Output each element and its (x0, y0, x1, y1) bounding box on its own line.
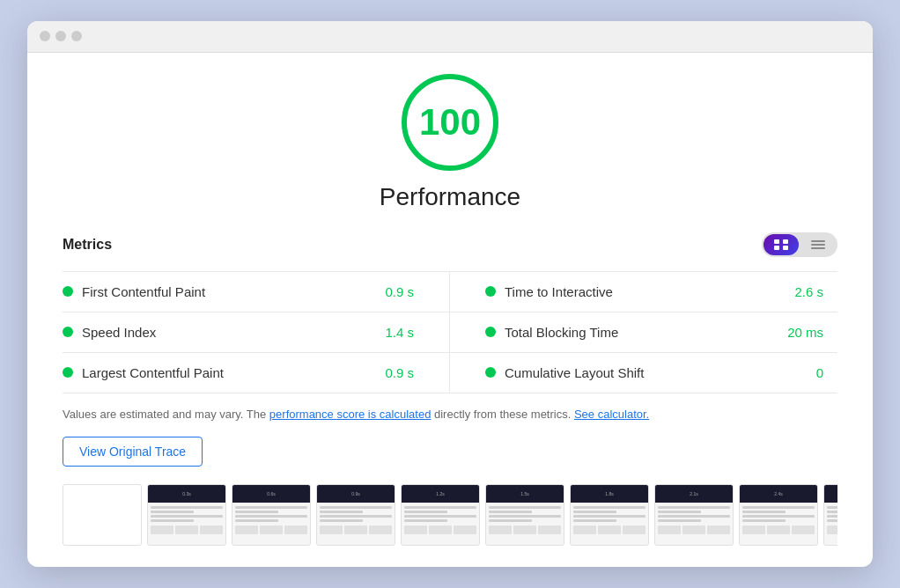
minimize-button[interactable] (55, 31, 66, 41)
metric-left: Largest Contentful Paint (63, 365, 224, 380)
metric-name: Cumulative Layout Shift (505, 365, 644, 380)
main-content: 100 Performance Metrics (27, 53, 873, 568)
thumb-header: 0.3s (148, 485, 225, 503)
thumb-box (320, 526, 343, 534)
thumb-box (235, 526, 258, 534)
thumb-box (827, 526, 837, 534)
thumb-header-text: 2.1s (690, 491, 697, 496)
thumb-line (658, 511, 701, 513)
thumb-body (148, 503, 225, 545)
thumb-line (235, 515, 307, 518)
view-original-trace-button[interactable]: View Original Trace (63, 437, 203, 467)
filmstrip-thumbnail: 1.5s (485, 484, 564, 546)
thumb-header: 2.1s (655, 485, 733, 503)
score-circle: 100 (402, 74, 498, 171)
thumb-line (742, 511, 786, 513)
titlebar (27, 21, 873, 53)
view-toggle (762, 232, 837, 257)
thumb-line (827, 519, 837, 522)
filmstrip-thumbnail: 2.1s (654, 484, 734, 546)
thumb-box (682, 526, 705, 534)
thumb-boxes (489, 526, 561, 534)
thumb-box (429, 526, 452, 534)
thumb-body (824, 503, 837, 545)
thumb-body (232, 503, 310, 545)
score-number: 100 (419, 104, 481, 141)
metrics-header: Metrics (63, 232, 837, 257)
thumb-line (489, 506, 561, 509)
metrics-grid: First Contentful Paint 0.9 s Time to Int… (63, 271, 837, 393)
svg-rect-1 (783, 239, 788, 244)
thumb-body (655, 503, 733, 545)
thumb-line (658, 519, 701, 522)
thumb-boxes (658, 526, 730, 534)
thumb-boxes (827, 526, 837, 534)
svg-rect-2 (774, 246, 779, 250)
metric-dot (485, 286, 496, 297)
thumb-line (404, 506, 476, 509)
thumb-line (573, 519, 616, 522)
svg-rect-3 (783, 246, 788, 250)
thumb-box (538, 526, 561, 534)
thumb-header: 0.6s (232, 485, 310, 503)
thumb-line (404, 515, 476, 518)
metric-row: Speed Index 1.4 s (63, 312, 450, 353)
calculator-link[interactable]: See calculator. (574, 408, 649, 421)
thumb-box (742, 526, 765, 534)
metric-left: Speed Index (63, 325, 156, 340)
thumb-header-text: 1.8s (605, 491, 613, 496)
svg-rect-6 (811, 247, 825, 249)
thumb-line (235, 519, 278, 522)
thumb-box (369, 526, 392, 534)
svg-rect-0 (774, 239, 779, 244)
filmstrip-thumbnail: 0.9s (316, 484, 395, 546)
metric-row: Total Blocking Time 20 ms (450, 312, 837, 353)
thumb-line (658, 515, 730, 518)
thumb-box (454, 526, 476, 534)
close-button[interactable] (40, 31, 50, 41)
thumb-boxes (573, 526, 645, 534)
thumb-box (598, 526, 621, 534)
maximize-button[interactable] (71, 31, 82, 41)
metric-left: First Contentful Paint (63, 284, 205, 299)
thumb-line (489, 519, 532, 522)
thumb-box (344, 526, 367, 534)
filmstrip-thumbnail: 1.2s (401, 484, 480, 546)
metric-left: Total Blocking Time (485, 325, 618, 340)
thumb-header-text: 2.4s (774, 491, 782, 496)
thumb-line (151, 519, 194, 522)
metric-left: Cumulative Layout Shift (485, 365, 644, 380)
thumb-header-text: 0.6s (267, 491, 275, 496)
grid-view-button[interactable] (764, 234, 799, 255)
thumb-box (175, 526, 198, 534)
metric-value: 2.6 s (794, 284, 823, 299)
thumb-box (573, 526, 596, 534)
thumb-header-text: 0.3s (182, 491, 190, 496)
metric-value: 0 (816, 365, 823, 380)
thumb-boxes (235, 526, 307, 534)
thumb-line (573, 515, 645, 518)
thumb-box (513, 526, 536, 534)
metric-dot (63, 286, 73, 297)
thumb-box (792, 526, 815, 534)
thumb-line (151, 506, 223, 509)
thumb-header-text: 0.9s (351, 491, 359, 496)
metric-row: Time to Interactive 2.6 s (450, 272, 837, 312)
thumb-line (573, 511, 616, 513)
thumb-boxes (151, 526, 223, 534)
thumb-line (489, 515, 561, 518)
thumb-line (404, 511, 447, 513)
thumb-line (320, 511, 363, 513)
thumb-header: 1.8s (571, 485, 648, 503)
filmstrip-thumbnail: 2.7s (823, 484, 837, 546)
thumb-line (827, 511, 837, 513)
performance-score-link[interactable]: performance score is calculated (269, 408, 432, 421)
thumb-boxes (320, 526, 392, 534)
thumb-box (151, 526, 173, 534)
list-view-button[interactable] (800, 234, 836, 255)
score-section: 100 Performance (63, 74, 837, 211)
thumb-line (404, 519, 447, 522)
thumb-boxes (404, 526, 476, 534)
metric-name: Time to Interactive (505, 284, 613, 299)
thumb-header-text: 1.2s (436, 491, 444, 496)
